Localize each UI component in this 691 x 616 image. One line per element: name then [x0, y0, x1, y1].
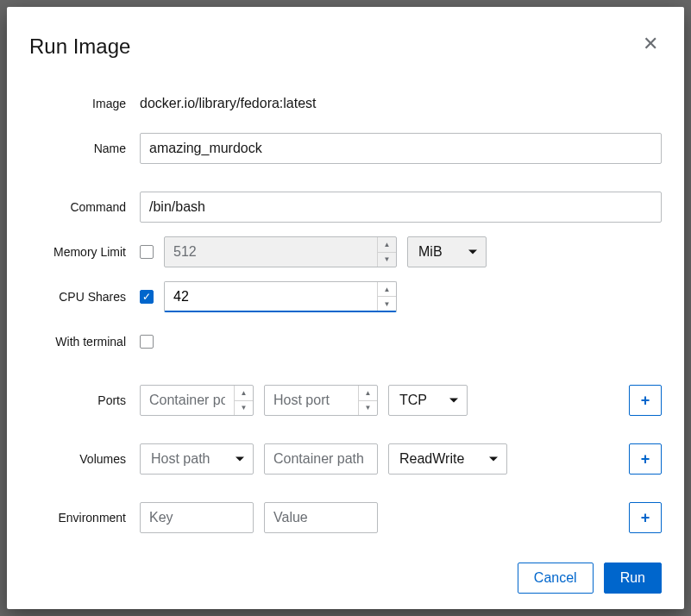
- label-cpu: CPU Shares: [29, 290, 140, 304]
- env-value-input[interactable]: [264, 502, 378, 533]
- protocol-value: TCP: [399, 393, 427, 408]
- caret-down-icon: [489, 457, 498, 462]
- label-terminal: With terminal: [29, 335, 140, 349]
- memory-unit-select[interactable]: MiB: [407, 236, 487, 267]
- cancel-button[interactable]: Cancel: [518, 563, 594, 594]
- dialog-footer: Cancel Run: [29, 563, 662, 594]
- memory-input: [165, 237, 377, 267]
- image-value: docker.io/library/fedora:latest: [140, 92, 317, 115]
- add-port-button[interactable]: +: [629, 385, 662, 416]
- volume-mode-select[interactable]: ReadWrite: [388, 443, 507, 475]
- memory-spin-up[interactable]: ▲: [378, 237, 396, 253]
- spin-up-icon[interactable]: ▲: [359, 386, 377, 401]
- run-image-dialog: Run Image ✕ Image docker.io/library/fedo…: [7, 7, 684, 609]
- label-memory: Memory Limit: [29, 245, 140, 259]
- label-ports: Ports: [29, 393, 140, 407]
- plus-icon: +: [641, 450, 650, 468]
- memory-spin-down[interactable]: ▼: [378, 253, 396, 267]
- spin-down-icon[interactable]: ▼: [235, 401, 253, 416]
- command-input[interactable]: [140, 192, 662, 223]
- dialog-header: Run Image ✕: [29, 35, 662, 59]
- host-port-spinner[interactable]: ▲ ▼: [264, 385, 378, 416]
- row-memory: Memory Limit ▲ ▼ MiB: [29, 236, 662, 267]
- form: Image docker.io/library/fedora:latest Na…: [29, 88, 662, 547]
- host-path-select[interactable]: Host path: [140, 443, 254, 475]
- container-port-spinner[interactable]: ▲ ▼: [140, 385, 254, 416]
- label-command: Command: [29, 200, 140, 214]
- container-port-input[interactable]: [141, 386, 234, 415]
- spin-up-icon[interactable]: ▲: [235, 386, 253, 401]
- name-input[interactable]: [140, 133, 662, 164]
- plus-icon: +: [641, 392, 650, 410]
- add-volume-button[interactable]: +: [629, 443, 662, 475]
- close-icon[interactable]: ✕: [639, 35, 662, 53]
- dialog-title: Run Image: [29, 35, 130, 59]
- container-path-input[interactable]: [264, 443, 378, 475]
- plus-icon: +: [641, 509, 650, 527]
- cpu-spin-buttons: ▲ ▼: [377, 282, 396, 311]
- caret-down-icon: [449, 399, 458, 403]
- caret-down-icon: [468, 250, 477, 255]
- protocol-select[interactable]: TCP: [388, 385, 468, 416]
- env-key-input[interactable]: [140, 502, 254, 533]
- row-name: Name: [29, 133, 662, 164]
- caret-down-icon: [236, 457, 244, 462]
- label-volumes: Volumes: [29, 452, 140, 466]
- row-image: Image docker.io/library/fedora:latest: [29, 88, 662, 119]
- row-cpu: CPU Shares ▲ ▼: [29, 281, 662, 312]
- label-image: Image: [29, 97, 140, 110]
- row-environment: Environment +: [29, 502, 662, 533]
- container-port-spin-buttons: ▲ ▼: [234, 386, 253, 415]
- volume-mode-value: ReadWrite: [399, 451, 464, 467]
- run-button[interactable]: Run: [604, 563, 662, 594]
- memory-unit-value: MiB: [418, 244, 443, 260]
- row-command: Command: [29, 192, 662, 223]
- spin-down-icon[interactable]: ▼: [359, 401, 377, 416]
- host-port-input[interactable]: [265, 386, 358, 415]
- row-terminal: With terminal: [29, 326, 662, 357]
- label-environment: Environment: [29, 511, 140, 525]
- label-name: Name: [29, 141, 140, 155]
- add-env-button[interactable]: +: [629, 502, 662, 533]
- cpu-spin-up[interactable]: ▲: [378, 282, 396, 297]
- memory-spinner[interactable]: ▲ ▼: [164, 236, 397, 267]
- cpu-checkbox[interactable]: [140, 290, 154, 304]
- cpu-input[interactable]: [165, 282, 377, 311]
- terminal-checkbox[interactable]: [140, 335, 154, 349]
- cpu-spin-down[interactable]: ▼: [378, 297, 396, 311]
- host-path-placeholder: Host path: [151, 451, 210, 467]
- memory-spin-buttons: ▲ ▼: [377, 237, 396, 267]
- row-ports: Ports ▲ ▼ ▲ ▼: [29, 385, 662, 416]
- row-volumes: Volumes Host path ReadWrite +: [29, 443, 662, 475]
- host-port-spin-buttons: ▲ ▼: [358, 386, 377, 415]
- memory-checkbox[interactable]: [140, 245, 154, 259]
- cpu-spinner[interactable]: ▲ ▼: [164, 281, 397, 312]
